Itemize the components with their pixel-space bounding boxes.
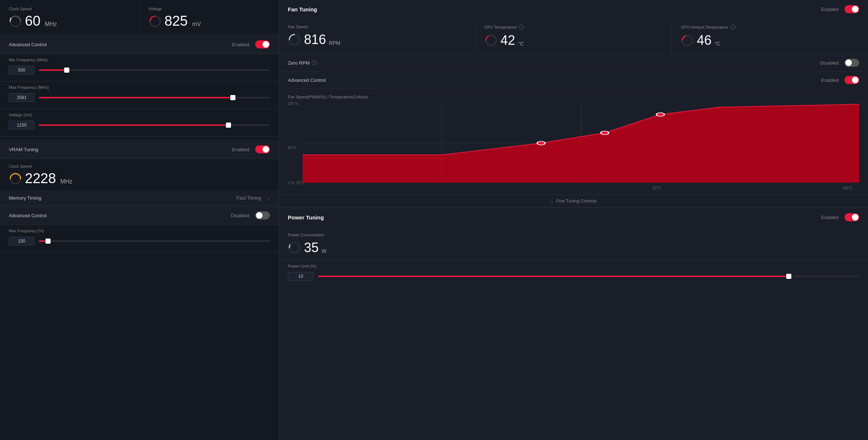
- power-limit-track[interactable]: [318, 276, 859, 277]
- curve-point-1[interactable]: [537, 141, 545, 145]
- gpu-temp-gauge-icon: [484, 34, 498, 47]
- voltage-slider-section: Voltage (mV) 1155: [0, 109, 279, 137]
- fan-advanced-control-status: Enabled: [821, 77, 839, 83]
- max-frequency-row: 2581: [9, 93, 270, 102]
- max-frequency-track[interactable]: [39, 97, 270, 98]
- voltage-value: 825: [165, 13, 188, 29]
- max-freq-pct-track[interactable]: [39, 240, 270, 242]
- vram-tuning-row: VRAM Tuning Enabled: [0, 140, 279, 159]
- zero-rpm-status: Disabled: [820, 60, 839, 66]
- fan-chart-label: Fan Speed(PWM(%)) / Temperature(Celsius): [288, 95, 859, 99]
- fine-tuning-row[interactable]: ⌄ Fine Tuning Controls: [279, 195, 868, 208]
- fine-tuning-chevron: ⌄: [550, 199, 553, 203]
- vram-clock-box: Clock Speed 2228 MHz: [0, 159, 279, 190]
- min-frequency-value[interactable]: 500: [9, 66, 34, 74]
- toggle-knob: [263, 41, 269, 48]
- gpu-temp-info-icon[interactable]: ?: [519, 25, 524, 30]
- x-label-62: 62°C: [653, 186, 661, 190]
- vram-tuning-status: Enabled: [232, 147, 249, 152]
- zero-rpm-toggle[interactable]: [845, 59, 859, 67]
- max-freq-pct-thumb[interactable]: [45, 239, 51, 244]
- x-label-100: 100°C: [842, 186, 853, 190]
- vram-advanced-control-right: Disabled: [231, 211, 270, 219]
- vram-advanced-control-row: Advanced Control Disabled: [0, 206, 279, 225]
- advanced-control-row: Advanced Control Enabled: [0, 35, 279, 54]
- min-frequency-fill: [39, 69, 67, 71]
- fan-tuning-header: Fan Tuning Enabled: [279, 0, 868, 19]
- memory-timing-label: Memory Timing: [9, 195, 41, 201]
- fan-advanced-toggle-knob: [852, 77, 858, 83]
- zero-rpm-label: Zero RPM ?: [288, 60, 317, 66]
- advanced-control-toggle[interactable]: [255, 40, 270, 48]
- advanced-control-label: Advanced Control: [9, 42, 47, 47]
- vram-clock-gauge-icon: [9, 172, 22, 185]
- min-frequency-label: Min Frequency (MHz): [9, 58, 270, 62]
- gpu-hotspot-metric: GPU Hotspot Temperature ? 46 °C: [672, 19, 868, 54]
- advanced-control-right: Enabled: [232, 40, 270, 48]
- voltage-slider-value[interactable]: 1155: [9, 121, 34, 130]
- fan-speed-value-row: 816 RPM: [288, 32, 466, 47]
- fan-chart-area: Fan Speed(PWM(%)) / Temperature(Celsius)…: [279, 89, 868, 195]
- zero-rpm-right: Disabled: [820, 59, 859, 67]
- vram-tuning-right: Enabled: [232, 145, 270, 153]
- right-panel: Fan Tuning Enabled Fan Speed 81: [279, 0, 868, 440]
- max-frequency-label: Max Frequency (MHz): [9, 85, 270, 90]
- fan-speed-metric-label: Fan Speed: [288, 25, 466, 29]
- gpu-hotspot-info-icon[interactable]: ?: [730, 25, 736, 30]
- vram-advanced-toggle-knob: [256, 212, 263, 219]
- fine-tuning-label: Fine Tuning Controls: [556, 199, 597, 204]
- voltage-slider-track[interactable]: [39, 124, 270, 126]
- fan-tuning-toggle[interactable]: [845, 5, 859, 13]
- curve-point-3[interactable]: [656, 113, 664, 116]
- fan-speed-unit: RPM: [329, 40, 340, 47]
- power-tuning-header: Power Tuning Enabled: [279, 208, 868, 227]
- zero-rpm-info-icon[interactable]: ?: [312, 60, 317, 65]
- power-value-row: 35 W: [288, 240, 859, 255]
- vram-advanced-control-status: Disabled: [231, 213, 249, 218]
- fan-advanced-control-toggle[interactable]: [845, 76, 859, 84]
- vram-speed-row: 2228 MHz: [9, 171, 270, 186]
- fan-advanced-control-label: Advanced Control: [288, 77, 326, 83]
- min-frequency-thumb[interactable]: [64, 68, 69, 73]
- vram-advanced-control-toggle[interactable]: [255, 211, 270, 219]
- fan-tuning-toggle-knob: [852, 6, 858, 12]
- memory-timing-chevron[interactable]: ⌄: [267, 196, 270, 200]
- voltage-box: Voltage 825 mV: [140, 0, 279, 35]
- vram-toggle-knob: [263, 146, 269, 153]
- gpu-hotspot-gauge-icon: [681, 34, 694, 47]
- clock-speed-unit: MHz: [45, 21, 57, 29]
- max-freq-pct-section: Max Frequency (%) 100: [0, 225, 279, 252]
- power-limit-label: Power Limit (%): [288, 264, 859, 268]
- power-consumption-label: Power Consumption: [288, 233, 859, 237]
- power-tuning-status: Enabled: [821, 215, 839, 220]
- power-limit-value[interactable]: 10: [288, 272, 314, 281]
- power-limit-thumb[interactable]: [786, 274, 791, 279]
- power-tuning-toggle[interactable]: [845, 213, 859, 221]
- power-gauge-icon: [288, 241, 301, 254]
- max-freq-pct-value[interactable]: 100: [9, 237, 34, 246]
- voltage-slider-row: 1155: [9, 121, 270, 130]
- max-freq-pct-row: 100: [9, 237, 270, 246]
- fan-tuning-section: Fan Tuning Enabled Fan Speed 81: [279, 0, 868, 208]
- voltage-slider-thumb[interactable]: [226, 123, 231, 128]
- gpu-hotspot-metric-label: GPU Hotspot Temperature ?: [681, 25, 859, 30]
- vram-tuning-toggle[interactable]: [255, 145, 270, 153]
- min-frequency-track[interactable]: [39, 69, 270, 71]
- vram-tuning-label: VRAM Tuning: [9, 147, 38, 152]
- fan-metrics-row: Fan Speed 816 RPM GPU Temperature ?: [279, 19, 868, 54]
- left-panel: Clock Speed 60 MHz Voltage 825 mV: [0, 0, 279, 440]
- fan-speed-value: 816: [304, 32, 326, 47]
- zero-rpm-toggle-knob: [845, 59, 852, 66]
- chart-container[interactable]: 100 % 50 % 0 %, 25°C: [288, 103, 859, 192]
- voltage-value-row: 825 mV: [149, 13, 270, 29]
- max-frequency-section: Max Frequency (MHz) 2581: [0, 81, 279, 109]
- max-frequency-value[interactable]: 2581: [9, 93, 34, 102]
- gpu-hotspot-value-row: 46 °C: [681, 33, 859, 48]
- power-limit-fill: [318, 276, 789, 277]
- curve-point-2[interactable]: [601, 131, 609, 135]
- power-consumption-row: Power Consumption 35 W: [279, 227, 868, 260]
- max-frequency-thumb[interactable]: [230, 95, 235, 100]
- vram-clock-unit: MHz: [61, 178, 73, 186]
- power-tuning-title: Power Tuning: [288, 214, 324, 221]
- fan-advanced-control-right: Enabled: [821, 76, 859, 84]
